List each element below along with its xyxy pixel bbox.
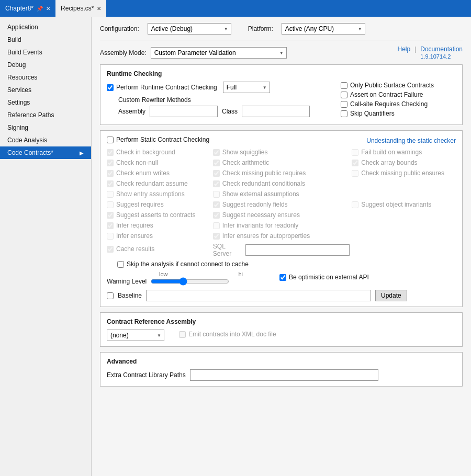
sidebar-item-settings[interactable]: Settings xyxy=(0,96,91,109)
baseline-label[interactable]: Baseline xyxy=(118,292,142,299)
assembly-input[interactable] xyxy=(150,106,218,117)
check-missing-public-requires-checkbox[interactable] xyxy=(213,170,220,177)
be-optimistic-checkbox[interactable] xyxy=(279,274,286,281)
show-squigglies-row: Show squigglies xyxy=(213,149,350,156)
show-squigglies-checkbox[interactable] xyxy=(213,149,220,156)
tab-recipes[interactable]: Recipes.cs* ✕ xyxy=(55,0,106,17)
infer-requires-row: Infer requires xyxy=(107,222,211,229)
warning-level-slider[interactable] xyxy=(151,277,229,286)
infer-invariants-checkbox[interactable] xyxy=(213,222,220,229)
show-entry-assumptions-label: Show entry assumptions xyxy=(116,190,185,198)
skip-quantifiers-label[interactable]: Skip Quantifiers xyxy=(350,110,395,117)
infer-ensures-auto-row: Infer ensures for autoproperties xyxy=(213,232,350,240)
help-links: Help | Documentation 1.9.10714.2 xyxy=(397,46,463,60)
suggest-necessary-ensures-checkbox[interactable] xyxy=(213,212,220,219)
title-bar: Chapter8* 📌 ✕ Recipes.cs* ✕ xyxy=(0,0,471,17)
infer-invariants-label: Infer invariants for readonly xyxy=(222,222,298,229)
sidebar-item-signing[interactable]: Signing xyxy=(0,121,91,134)
assert-failure-label[interactable]: Assert on Contract Failure xyxy=(350,91,423,98)
suggest-readonly-fields-row: Suggest readonly fields xyxy=(213,201,350,208)
show-external-assumptions-checkbox[interactable] xyxy=(213,191,220,198)
suggest-readonly-fields-checkbox[interactable] xyxy=(213,201,220,208)
fail-build-row: Fail build on warnings xyxy=(352,149,456,156)
platform-select[interactable]: Active (Any CPU) xyxy=(282,23,365,35)
call-site-checkbox[interactable] xyxy=(341,101,347,108)
suggest-necessary-ensures-row: Suggest necessary ensures xyxy=(213,211,350,219)
infer-ensures-checkbox[interactable] xyxy=(107,233,114,240)
runtime-checking-left: Perform Runtime Contract Checking Full C… xyxy=(107,82,335,117)
sidebar-item-services[interactable]: Services xyxy=(0,84,91,96)
call-site-label[interactable]: Call-site Requires Checking xyxy=(350,100,428,108)
understanding-static-link[interactable]: Undestanding the static checker xyxy=(366,137,456,144)
only-public-row: Only Public Surface Contracts xyxy=(341,82,456,89)
sidebar-item-reference-paths[interactable]: Reference Paths xyxy=(0,109,91,121)
fail-build-checkbox[interactable] xyxy=(352,149,358,156)
sidebar-item-code-analysis[interactable]: Code Analysis xyxy=(0,134,91,146)
extra-paths-input[interactable] xyxy=(190,369,378,381)
baseline-checkbox[interactable] xyxy=(107,292,114,299)
check-array-bounds-checkbox[interactable] xyxy=(352,160,358,166)
class-input[interactable] xyxy=(242,106,310,117)
check-redundant-assume-checkbox[interactable] xyxy=(107,180,114,187)
sidebar-item-application[interactable]: Application xyxy=(0,21,91,33)
show-entry-assumptions-row: Show entry assumptions xyxy=(107,190,211,198)
perform-static-checkbox[interactable] xyxy=(107,137,114,143)
baseline-row: Baseline Update xyxy=(107,290,456,301)
assembly-mode-select[interactable]: Custom Parameter Validation xyxy=(151,47,287,59)
infer-ensures-auto-checkbox[interactable] xyxy=(213,233,220,240)
sidebar-item-code-contracts[interactable]: Code Contracts* xyxy=(0,146,91,159)
platform-select-wrap: Active (Any CPU) xyxy=(282,23,365,35)
documentation-link[interactable]: Documentation 1.9.10714.2 xyxy=(420,46,463,60)
sql-server-row: SQL Server xyxy=(213,243,350,257)
check-nonnull-checkbox[interactable] xyxy=(107,160,114,166)
be-optimistic-row: Be optimistic on external API xyxy=(279,274,369,283)
assert-failure-checkbox[interactable] xyxy=(341,92,347,98)
skip-cache-checkbox[interactable] xyxy=(117,261,124,268)
skip-quantifiers-checkbox[interactable] xyxy=(341,110,347,117)
emit-contracts-label[interactable]: Emit contracts into XML doc file xyxy=(188,331,276,338)
tab-recipes-close[interactable]: ✕ xyxy=(97,6,101,12)
tab-chapter8[interactable]: Chapter8* 📌 ✕ xyxy=(0,0,55,17)
only-public-label[interactable]: Only Public Surface Contracts xyxy=(350,82,434,89)
infer-requires-checkbox[interactable] xyxy=(107,222,114,229)
tab-chapter8-pin[interactable]: 📌 xyxy=(37,6,43,12)
suggest-object-invariants-checkbox[interactable] xyxy=(352,201,358,208)
skip-cache-label[interactable]: Skip the analysis if cannot connect to c… xyxy=(127,260,249,268)
perform-static-label[interactable]: Perform Static Contract Checking xyxy=(116,136,209,143)
custom-rewriter: Custom Rewriter Methods Assembly Class xyxy=(107,96,335,117)
contract-ref-select[interactable]: (none) xyxy=(107,330,164,341)
perform-runtime-checkbox[interactable] xyxy=(107,84,114,91)
check-arithmetic-label: Check arithmetic xyxy=(222,159,269,166)
check-redundant-conditionals-checkbox[interactable] xyxy=(213,180,220,187)
update-button[interactable]: Update xyxy=(375,290,407,301)
sql-server-input[interactable] xyxy=(245,244,350,256)
call-site-row: Call-site Requires Checking xyxy=(341,100,456,108)
main-content: Configuration: Active (Debug) Platform: … xyxy=(92,17,471,476)
check-missing-public-ensures-checkbox[interactable] xyxy=(352,170,358,177)
sidebar-item-debug[interactable]: Debug xyxy=(0,59,91,71)
sidebar-item-build[interactable]: Build xyxy=(0,33,91,46)
only-public-checkbox[interactable] xyxy=(341,82,347,89)
sidebar-item-resources[interactable]: Resources xyxy=(0,71,91,84)
suggest-asserts-checkbox[interactable] xyxy=(107,212,114,219)
sidebar: Application Build Build Events Debug Res… xyxy=(0,17,92,476)
runtime-level-select[interactable]: Full xyxy=(223,82,270,93)
sidebar-item-build-events[interactable]: Build Events xyxy=(0,46,91,59)
emit-contracts-checkbox[interactable] xyxy=(179,331,186,338)
infer-ensures-row: Infer ensures xyxy=(107,232,211,240)
check-nonnull-row: Check non-null xyxy=(107,159,211,166)
be-optimistic-label[interactable]: Be optimistic on external API xyxy=(289,274,369,281)
platform-label: Platform: xyxy=(248,25,273,32)
assembly-class-row: Assembly Class xyxy=(118,106,335,117)
suggest-requires-checkbox[interactable] xyxy=(107,201,114,208)
check-background-checkbox[interactable] xyxy=(107,149,114,156)
tab-chapter8-close[interactable]: ✕ xyxy=(46,6,50,12)
check-arithmetic-checkbox[interactable] xyxy=(213,160,220,166)
cache-results-checkbox[interactable] xyxy=(107,246,114,253)
config-select[interactable]: Active (Debug) xyxy=(148,23,231,35)
perform-runtime-label[interactable]: Perform Runtime Contract Checking xyxy=(116,84,217,91)
help-link[interactable]: Help xyxy=(397,46,410,60)
check-enum-writes-checkbox[interactable] xyxy=(107,170,114,177)
baseline-input[interactable] xyxy=(146,290,371,301)
show-entry-assumptions-checkbox[interactable] xyxy=(107,191,114,198)
